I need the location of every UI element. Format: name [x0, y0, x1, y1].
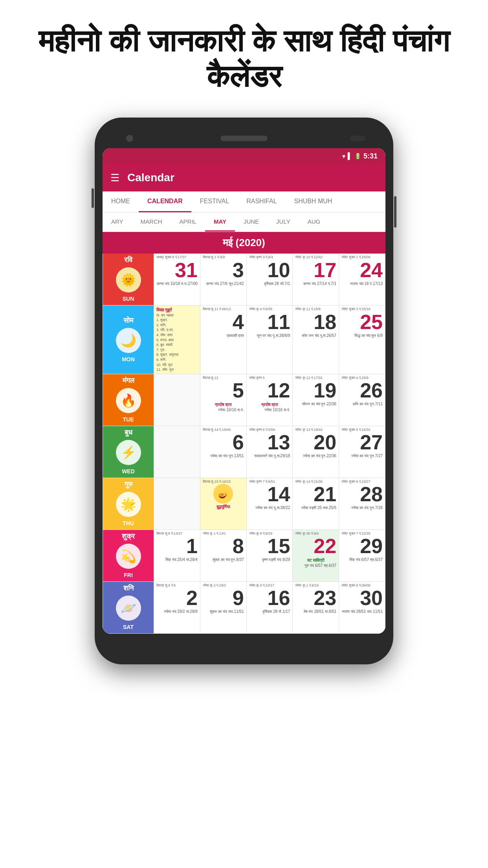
date-cell-wed-empty	[154, 426, 200, 478]
nav-item-calendar[interactable]: CALENDAR	[139, 191, 191, 212]
status-time: 5:31	[363, 152, 378, 160]
festival-label: प्रदोष व्रत	[249, 402, 290, 407]
date-info-bottom: नाराय चंद 18 पं.17/13	[350, 281, 383, 286]
date-cell-thu-28[interactable]: ज्येष्ठ शुक्ल 6 पं.23/27 28 ज्येष्ठ का भ…	[339, 478, 385, 530]
date-info-bottom: सिंह भंद 6/57 श्र.6/37	[349, 557, 383, 562]
day-eng-sat: SAT	[120, 623, 137, 631]
phone-notch	[103, 129, 385, 148]
nav-item-festival[interactable]: FESTIVAL	[191, 191, 238, 212]
nav-item-rashifal[interactable]: RASHIFAL	[238, 191, 285, 212]
day-hindi-sat: शनि	[123, 584, 134, 592]
month-march[interactable]: MARCH	[132, 213, 171, 232]
day-hindi-fri: शुक्र	[122, 532, 135, 541]
date-number: 1	[186, 536, 198, 556]
date-cell-sun-31[interactable]: आषाढ़ शुक्ल 9 पं.17/37 31 कन्या भंद 10/1…	[154, 254, 200, 305]
date-cell-tue-5[interactable]: वैशाख शु.12 5 प्रदोष व्रत ज्येष्ठ 10/16 …	[200, 374, 247, 426]
date-cell-wed-27[interactable]: ज्येष्ठ शुक्ल 5 पं.24/32 27 ज्येष्ठ का भ…	[339, 426, 385, 478]
nav-item-shubh[interactable]: SHUBH MUH	[286, 191, 341, 212]
date-cell-sat-30[interactable]: ज्येष्ठ शुक्ल 8 पं.06/00 30 नाराय चंद 28…	[339, 582, 385, 634]
date-number: 31	[175, 260, 198, 280]
day-hindi-sun: रवि	[124, 256, 132, 264]
day-eng-fri: FRI	[121, 571, 136, 579]
date-cell-wed-20[interactable]: ज्येष्ठ कृ.13 पं.19/42 20 ज्येष्ठ का भंद…	[293, 426, 339, 478]
date-cell-sat-2[interactable]: वैशाख शु.9 पं.9 2 ज्येष्ठ भंद 29/2 मा.28…	[154, 582, 200, 634]
date-cell-mon-11[interactable]: ज्येष्ठ कृ.4 पं.6/35 11 जून पर चंद पू.श.…	[247, 305, 293, 374]
day-header-tue: मंगल 🔥 TUE	[103, 374, 154, 426]
date-cell-thu-21[interactable]: ज्येष्ठ कृ.14 पं.21/36 21 ध्येष्ठ पड्षी …	[293, 478, 339, 530]
nav-item-home[interactable]: HOME	[103, 191, 139, 212]
day-icon-thu: 🌟	[116, 492, 141, 517]
month-april[interactable]: APRIL	[171, 213, 205, 232]
date-info-bottom: ज्येष्ठ का भंद पून.22/36	[303, 453, 336, 458]
camera-dot	[126, 135, 133, 142]
date-info-bottom: शुक्ल का भंद रात.11/51	[210, 609, 244, 614]
date-cell-tue-26[interactable]: ज्येष्ठ शुक्ल 4 पं.25/9 26 अभि का भंद पू…	[339, 374, 385, 426]
date-cell-sun-10[interactable]: ज्येष्ठ कृष्ण 3 पं.8/4 10 वृश्चिक 28 सो.…	[247, 254, 293, 305]
date-cell-sat-23[interactable]: ज्येष्ठ कृ.1 पं.6/24 23 मेष भंद 28/51 मा…	[293, 582, 339, 634]
app-bar-title: Calendar	[127, 171, 174, 184]
day-eng-sun: SUN	[119, 295, 138, 303]
date-cell-sun-3[interactable]: वैशाख शु.1 पं.9/9 3 कन्या भंद 27/6 सूर.2…	[200, 254, 247, 305]
day-icon-mon: 🌙	[116, 328, 141, 353]
app-bar: ☰ Calendar	[103, 164, 385, 191]
date-number: 24	[360, 260, 383, 280]
battery-icon: 🔋	[354, 153, 361, 159]
hero-section: महीनो की जानकारी के साथ हिंदी पंचांग कैल…	[0, 0, 488, 110]
date-cell-sun-17[interactable]: ज्येष्ठ कृ.10 पं.12/42 17 कन्या भंद 27/1…	[293, 254, 339, 305]
day-header-sun: रवि 🌞 SUN	[103, 254, 154, 305]
date-number: 15	[268, 536, 290, 556]
date-cell-wed-13[interactable]: ज्येष्ठ कृष्ण 6 पं.5/59 13 सकलमार्ग चंद …	[247, 426, 293, 478]
volume-button-left	[92, 188, 94, 208]
date-number: 10	[268, 260, 290, 280]
date-cell-fri-1[interactable]: वैशाख शु.8 पं.13/27 1 सिंह भंद 25/4 मा.2…	[154, 530, 200, 582]
date-cell-thu-7[interactable]: वैशाख शु.15 पं.16/15 🪔 बुद्धपूर्णिमा	[200, 478, 247, 530]
vivah-header: विवाह मुहूर्त	[156, 307, 198, 313]
date-cell-sat-9[interactable]: ज्येष्ठ कृ.2 पं.29/2 9 शुक्ल का भंद रात.…	[200, 582, 247, 634]
date-number: 9	[233, 588, 244, 608]
date-cell-sun-24[interactable]: ज्येष्ठ शुक्ल 2 पं.25/00 24 नाराय चंद 18…	[339, 254, 385, 305]
date-cell-wed-6[interactable]: वैशाख शु.14 पं.19/45 6 ज्येष्ठ का भंद पू…	[200, 426, 247, 478]
date-info-bottom: ज्येष्ठ का भंद पून.7/27	[351, 453, 383, 458]
month-june[interactable]: JUNE	[235, 213, 268, 232]
festival-label: प्रदोष व्रत	[203, 402, 244, 407]
day-icon-wed: ⚡	[116, 440, 141, 465]
month-july[interactable]: JULY	[268, 213, 299, 232]
date-cell-tue-12[interactable]: ज्येष्ठ कृष्ण 5 12 प्रदोष व्रत ज्येष्ठ 1…	[247, 374, 293, 426]
date-number: 20	[314, 432, 336, 452]
date-number: 8	[233, 536, 244, 556]
date-info-bottom: ज्येष्ठ भंद 29/2 मा.28/9	[164, 609, 198, 614]
date-info-bottom: शोभन का चंद पून.22/36	[302, 401, 336, 406]
date-cell-tue-empty	[154, 374, 200, 426]
date-cell-mon-4[interactable]: वैशाख शु.11 पं.06/13 4 एकादशी व्रत	[200, 305, 247, 374]
day-hindi-wed: बुध	[125, 428, 132, 437]
hamburger-icon[interactable]: ☰	[110, 172, 119, 184]
date-info-bottom: कन्या भंद 27/6 सूर.21/42	[206, 281, 244, 286]
date-cell-fri-15[interactable]: ज्येष्ठ कृ.8 पं.8/29 15 कृष्ण पड्षी भंद …	[247, 530, 293, 582]
calendar-grid: रवि 🌞 SUN आषाढ़ शुक्ल 9 पं.17/37 31 कन्य…	[103, 254, 385, 633]
phone-body: ▾ ▌ 🔋 5:31 ☰ Calendar HOME CALENDAR FEST…	[95, 118, 393, 664]
day-icon-tue: 🔥	[116, 388, 141, 413]
date-cell-sat-16[interactable]: ज्येष्ठ कृ.9 पं.10/17 16 वृश्चिक 28 से.1…	[247, 582, 293, 634]
month-aug[interactable]: AUG	[299, 213, 329, 232]
date-info-bottom: शुक्ल का भंद पून.8/37	[213, 557, 244, 562]
festival-label: बुद्धपूर्णिमा	[203, 504, 244, 509]
day-icon-sat: 🪐	[116, 596, 141, 621]
date-info-bottom: ज्येष्ठ का भंद पून.7/26	[351, 505, 383, 510]
month-jan[interactable]: ARY	[103, 213, 132, 232]
date-cell-fri-22[interactable]: ज्येष्ठ कृ.30 पं.9/4 22 वट सावित्री गुरु…	[293, 530, 339, 582]
hero-title: महीनो की जानकारी के साथ हिंदी पंचांग कैल…	[0, 0, 488, 110]
date-info-bottom: ज्येष्ठ का भंद पू.श.38/22	[255, 505, 290, 510]
power-button-right	[394, 196, 396, 228]
date-info-bottom: एकादशी व्रत	[227, 333, 244, 338]
date-cell-fri-29[interactable]: ज्येष्ठ शुक्ल 7 पं.22/35 29 सिंह भंद 6/5…	[339, 530, 385, 582]
date-cell-fri-8[interactable]: ज्येष्ठ कृ.1 पं.13/1 8 शुक्ल का भंद पून.…	[200, 530, 247, 582]
calendar-header: मई (2020)	[103, 232, 385, 254]
month-may[interactable]: MAY	[205, 213, 235, 232]
date-cell-thu-14[interactable]: ज्येष्ठ कृष्ण 7 पं.6/51 14 ज्येष्ठ का भं…	[247, 478, 293, 530]
date-cell-mon-vivah[interactable]: विवाह मुहूर्त ता. वार नक्षत्र 1. शुक्र.2…	[154, 305, 200, 374]
date-info-bottom: कन्या भंद 10/18 म.भ.27/00	[157, 281, 198, 286]
date-cell-tue-19[interactable]: ज्येष्ठ कृ.12 पं.17/31 19 शोभन का चंद पू…	[293, 374, 339, 426]
day-hindi-thu: गुरु	[125, 480, 132, 489]
date-cell-mon-25[interactable]: ज्येष्ठ शुक्ल 3 पं.25/18 25 सिद्ध का चंद…	[339, 305, 385, 374]
date-cell-mon-18[interactable]: ज्येष्ठ कृ.11 पं.15/8 18 सोम जन चंद पू.श…	[293, 305, 339, 374]
